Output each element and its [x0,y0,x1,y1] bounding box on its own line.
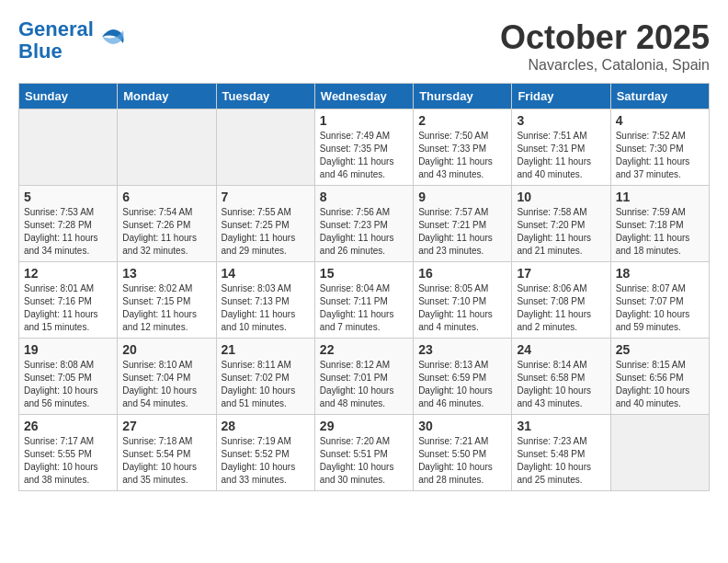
day-cell: 31Sunrise: 7:23 AM Sunset: 5:48 PM Dayli… [512,415,610,491]
day-info: Sunrise: 8:14 AM Sunset: 6:58 PM Dayligh… [517,359,605,410]
day-info: Sunrise: 7:55 AM Sunset: 7:25 PM Dayligh… [222,206,310,258]
day-cell: 26Sunrise: 7:17 AM Sunset: 5:55 PM Dayli… [19,415,118,491]
day-number: 31 [517,419,605,433]
day-info: Sunrise: 7:56 AM Sunset: 7:23 PM Dayligh… [320,206,408,258]
day-info: Sunrise: 7:18 AM Sunset: 5:54 PM Dayligh… [122,435,210,487]
logo-text: General Blue [18,18,94,63]
day-info: Sunrise: 8:03 AM Sunset: 7:13 PM Dayligh… [222,282,310,334]
day-info: Sunrise: 7:20 AM Sunset: 5:51 PM Dayligh… [320,435,408,487]
col-header-monday: Monday [118,84,216,109]
day-info: Sunrise: 8:10 AM Sunset: 7:04 PM Dayligh… [122,359,210,410]
day-number: 26 [24,419,112,433]
col-header-friday: Friday [512,84,610,109]
day-number: 12 [24,266,112,281]
day-info: Sunrise: 8:01 AM Sunset: 7:16 PM Dayligh… [24,282,112,334]
day-info: Sunrise: 8:07 AM Sunset: 7:07 PM Dayligh… [616,282,704,334]
day-number: 30 [418,419,506,433]
day-number: 13 [122,266,210,281]
day-cell: 17Sunrise: 8:06 AM Sunset: 7:08 PM Dayli… [512,262,610,339]
day-info: Sunrise: 7:51 AM Sunset: 7:31 PM Dayligh… [517,130,605,181]
day-cell: 9Sunrise: 7:57 AM Sunset: 7:21 PM Daylig… [414,186,512,262]
day-number: 10 [517,190,605,204]
location: Navarcles, Catalonia, Spain [500,57,710,74]
day-number: 3 [517,113,605,128]
week-row-4: 19Sunrise: 8:08 AM Sunset: 7:05 PM Dayli… [19,339,710,415]
day-number: 1 [320,113,408,128]
day-cell: 6Sunrise: 7:54 AM Sunset: 7:26 PM Daylig… [118,186,216,262]
col-header-tuesday: Tuesday [216,84,314,109]
col-header-wednesday: Wednesday [314,84,413,109]
day-number: 17 [517,266,605,281]
day-cell: 8Sunrise: 7:56 AM Sunset: 7:23 PM Daylig… [314,186,413,262]
col-header-thursday: Thursday [414,84,512,109]
day-cell: 3Sunrise: 7:51 AM Sunset: 7:31 PM Daylig… [512,109,610,186]
day-info: Sunrise: 8:15 AM Sunset: 6:56 PM Dayligh… [616,359,704,410]
day-number: 11 [616,190,704,204]
logo: General Blue [18,18,125,63]
day-info: Sunrise: 8:12 AM Sunset: 7:01 PM Dayligh… [320,359,408,410]
day-info: Sunrise: 7:23 AM Sunset: 5:48 PM Dayligh… [517,435,605,487]
month-title: October 2025 [500,18,710,57]
day-info: Sunrise: 7:17 AM Sunset: 5:55 PM Dayligh… [24,435,112,487]
day-cell: 14Sunrise: 8:03 AM Sunset: 7:13 PM Dayli… [216,262,314,339]
day-cell [610,415,709,491]
day-number: 24 [517,342,605,357]
day-number: 20 [122,342,210,357]
day-info: Sunrise: 7:50 AM Sunset: 7:33 PM Dayligh… [418,130,506,181]
day-cell [19,109,118,186]
day-info: Sunrise: 8:06 AM Sunset: 7:08 PM Dayligh… [517,282,605,334]
day-number: 18 [616,266,704,281]
logo-line2: Blue [18,40,63,63]
week-row-3: 12Sunrise: 8:01 AM Sunset: 7:16 PM Dayli… [19,262,710,339]
day-info: Sunrise: 7:54 AM Sunset: 7:26 PM Dayligh… [122,206,210,258]
day-cell: 21Sunrise: 8:11 AM Sunset: 7:02 PM Dayli… [216,339,314,415]
day-number: 6 [122,190,210,204]
day-number: 22 [320,342,408,357]
day-cell: 27Sunrise: 7:18 AM Sunset: 5:54 PM Dayli… [118,415,216,491]
logo-icon [97,23,125,51]
week-row-5: 26Sunrise: 7:17 AM Sunset: 5:55 PM Dayli… [19,415,710,491]
day-number: 7 [222,190,310,204]
day-number: 15 [320,266,408,281]
day-cell: 10Sunrise: 7:58 AM Sunset: 7:20 PM Dayli… [512,186,610,262]
day-info: Sunrise: 8:04 AM Sunset: 7:11 PM Dayligh… [320,282,408,334]
day-cell: 7Sunrise: 7:55 AM Sunset: 7:25 PM Daylig… [216,186,314,262]
day-number: 19 [24,342,112,357]
day-number: 29 [320,419,408,433]
day-cell: 23Sunrise: 8:13 AM Sunset: 6:59 PM Dayli… [414,339,512,415]
day-number: 28 [222,419,310,433]
day-number: 2 [418,113,506,128]
page-header: General Blue October 2025 Navarcles, Cat… [18,18,710,74]
day-info: Sunrise: 7:19 AM Sunset: 5:52 PM Dayligh… [222,435,310,487]
day-info: Sunrise: 8:05 AM Sunset: 7:10 PM Dayligh… [418,282,506,334]
day-cell: 5Sunrise: 7:53 AM Sunset: 7:28 PM Daylig… [19,186,118,262]
day-cell: 2Sunrise: 7:50 AM Sunset: 7:33 PM Daylig… [414,109,512,186]
title-block: October 2025 Navarcles, Catalonia, Spain [500,18,710,74]
day-info: Sunrise: 8:11 AM Sunset: 7:02 PM Dayligh… [222,359,310,410]
day-number: 4 [616,113,704,128]
day-number: 21 [222,342,310,357]
day-cell: 11Sunrise: 7:59 AM Sunset: 7:18 PM Dayli… [610,186,709,262]
day-info: Sunrise: 7:52 AM Sunset: 7:30 PM Dayligh… [616,130,704,181]
day-info: Sunrise: 8:02 AM Sunset: 7:15 PM Dayligh… [122,282,210,334]
day-cell: 16Sunrise: 8:05 AM Sunset: 7:10 PM Dayli… [414,262,512,339]
day-info: Sunrise: 7:49 AM Sunset: 7:35 PM Dayligh… [320,130,408,181]
day-number: 23 [418,342,506,357]
day-number: 9 [418,190,506,204]
logo-line1: General [18,17,94,40]
day-number: 5 [24,190,112,204]
day-info: Sunrise: 7:57 AM Sunset: 7:21 PM Dayligh… [418,206,506,258]
day-cell: 22Sunrise: 8:12 AM Sunset: 7:01 PM Dayli… [314,339,413,415]
header-row: SundayMondayTuesdayWednesdayThursdayFrid… [19,84,710,109]
day-info: Sunrise: 7:53 AM Sunset: 7:28 PM Dayligh… [24,206,112,258]
day-cell: 19Sunrise: 8:08 AM Sunset: 7:05 PM Dayli… [19,339,118,415]
week-row-1: 1Sunrise: 7:49 AM Sunset: 7:35 PM Daylig… [19,109,710,186]
calendar-table: SundayMondayTuesdayWednesdayThursdayFrid… [18,83,710,491]
day-cell: 15Sunrise: 8:04 AM Sunset: 7:11 PM Dayli… [314,262,413,339]
day-number: 25 [616,342,704,357]
day-cell: 13Sunrise: 8:02 AM Sunset: 7:15 PM Dayli… [118,262,216,339]
day-info: Sunrise: 8:08 AM Sunset: 7:05 PM Dayligh… [24,359,112,410]
day-cell: 18Sunrise: 8:07 AM Sunset: 7:07 PM Dayli… [610,262,709,339]
day-number: 27 [122,419,210,433]
day-cell: 24Sunrise: 8:14 AM Sunset: 6:58 PM Dayli… [512,339,610,415]
